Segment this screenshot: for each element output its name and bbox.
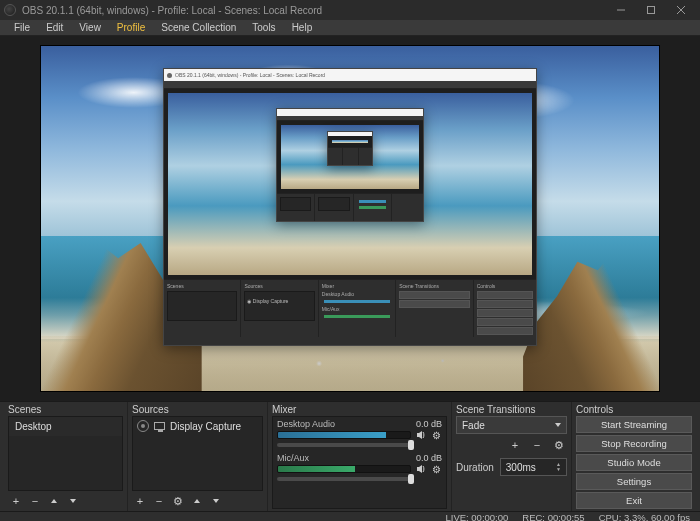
- mixer-settings-icon[interactable]: ⚙: [430, 429, 442, 441]
- sources-header: Sources: [132, 404, 263, 416]
- mixer-channel-db: 0.0 dB: [416, 419, 442, 429]
- controls-header: Controls: [576, 404, 692, 416]
- transition-selected: Fade: [462, 420, 485, 431]
- svg-rect-1: [648, 7, 655, 14]
- mixer-channel-db: 0.0 dB: [416, 453, 442, 463]
- mixer-channel-name: Mic/Aux: [277, 453, 309, 463]
- sources-move-up-button[interactable]: [189, 494, 205, 508]
- dock-transitions: Scene Transitions Fade + − ⚙ Duration 30…: [452, 402, 572, 511]
- sources-remove-button[interactable]: −: [151, 494, 167, 508]
- statusbar: LIVE: 00:00:00 REC: 00:00:55 CPU: 3.3%, …: [0, 511, 700, 521]
- mixer-meter: [277, 465, 411, 473]
- visibility-toggle-icon[interactable]: [137, 420, 149, 432]
- app-logo-icon: [4, 4, 16, 16]
- menu-tools[interactable]: Tools: [244, 20, 283, 35]
- status-live: LIVE: 00:00:00: [445, 512, 508, 521]
- dock-scenes: Scenes Desktop + −: [4, 402, 128, 511]
- sources-properties-button[interactable]: ⚙: [170, 494, 186, 508]
- mixer-mute-icon[interactable]: [415, 429, 427, 441]
- scenes-list[interactable]: Desktop: [8, 416, 123, 491]
- minimize-button[interactable]: [606, 0, 636, 20]
- sources-move-down-button[interactable]: [208, 494, 224, 508]
- sources-add-button[interactable]: +: [132, 494, 148, 508]
- mixer-body: Desktop Audio 0.0 dB ⚙ Mic/Aux: [272, 416, 447, 509]
- scenes-move-up-button[interactable]: [46, 494, 62, 508]
- menu-help[interactable]: Help: [284, 20, 321, 35]
- display-capture-icon: [154, 422, 165, 430]
- source-item-display-capture[interactable]: Display Capture: [133, 417, 262, 435]
- menu-profile[interactable]: Profile: [109, 20, 153, 35]
- recursive-preview-window: OBS 20.1.1 (64bit, windows) - Profile: L…: [163, 68, 537, 346]
- transitions-header: Scene Transitions: [456, 404, 567, 416]
- stop-recording-button[interactable]: Stop Recording: [576, 435, 692, 452]
- titlebar: OBS 20.1.1 (64bit, windows) - Profile: L…: [0, 0, 700, 20]
- menu-edit[interactable]: Edit: [38, 20, 71, 35]
- menubar: File Edit View Profile Scene Collection …: [0, 20, 700, 36]
- transition-properties-button[interactable]: ⚙: [551, 438, 567, 452]
- status-cpu: CPU: 3.3%, 60.00 fps: [599, 512, 690, 521]
- spinbox-arrows-icon[interactable]: ▲▼: [556, 462, 561, 472]
- preview-area: OBS 20.1.1 (64bit, windows) - Profile: L…: [0, 36, 700, 401]
- scenes-header: Scenes: [8, 404, 123, 416]
- close-button[interactable]: [666, 0, 696, 20]
- dock-mixer: Mixer Desktop Audio 0.0 dB ⚙: [268, 402, 452, 511]
- mixer-mute-icon[interactable]: [415, 463, 427, 475]
- menu-view[interactable]: View: [71, 20, 109, 35]
- mixer-channel-desktop-audio: Desktop Audio 0.0 dB ⚙: [273, 417, 446, 451]
- mixer-settings-icon[interactable]: ⚙: [430, 463, 442, 475]
- dock-controls: Controls Start Streaming Stop Recording …: [572, 402, 696, 511]
- mixer-meter: [277, 431, 411, 439]
- settings-button[interactable]: Settings: [576, 473, 692, 490]
- dock-sources: Sources Display Capture + − ⚙: [128, 402, 268, 511]
- window-title: OBS 20.1.1 (64bit, windows) - Profile: L…: [22, 5, 322, 16]
- status-rec: REC: 00:00:55: [522, 512, 584, 521]
- scenes-add-button[interactable]: +: [8, 494, 24, 508]
- docks: Scenes Desktop + − Sources Display Captu…: [0, 401, 700, 511]
- transition-add-button[interactable]: +: [507, 438, 523, 452]
- mixer-channel-name: Desktop Audio: [277, 419, 335, 429]
- mixer-volume-slider[interactable]: [277, 477, 414, 481]
- chevron-down-icon: [555, 423, 561, 427]
- transition-duration-value: 300ms: [506, 462, 536, 473]
- source-label: Display Capture: [170, 421, 241, 432]
- mixer-header: Mixer: [272, 404, 447, 416]
- mixer-channel-mic-aux: Mic/Aux 0.0 dB ⚙: [273, 451, 446, 485]
- scenes-move-down-button[interactable]: [65, 494, 81, 508]
- studio-mode-button[interactable]: Studio Mode: [576, 454, 692, 471]
- scenes-remove-button[interactable]: −: [27, 494, 43, 508]
- start-streaming-button[interactable]: Start Streaming: [576, 416, 692, 433]
- exit-button[interactable]: Exit: [576, 492, 692, 509]
- transition-remove-button[interactable]: −: [529, 438, 545, 452]
- menu-file[interactable]: File: [6, 20, 38, 35]
- maximize-button[interactable]: [636, 0, 666, 20]
- scene-item-desktop[interactable]: Desktop: [9, 417, 122, 436]
- preview-canvas[interactable]: OBS 20.1.1 (64bit, windows) - Profile: L…: [41, 46, 659, 391]
- transition-duration-label: Duration: [456, 462, 494, 473]
- mixer-volume-slider[interactable]: [277, 443, 414, 447]
- transition-duration-spinbox[interactable]: 300ms ▲▼: [500, 458, 567, 476]
- menu-scene-collection[interactable]: Scene Collection: [153, 20, 244, 35]
- sources-list[interactable]: Display Capture: [132, 416, 263, 491]
- transition-select[interactable]: Fade: [456, 416, 567, 434]
